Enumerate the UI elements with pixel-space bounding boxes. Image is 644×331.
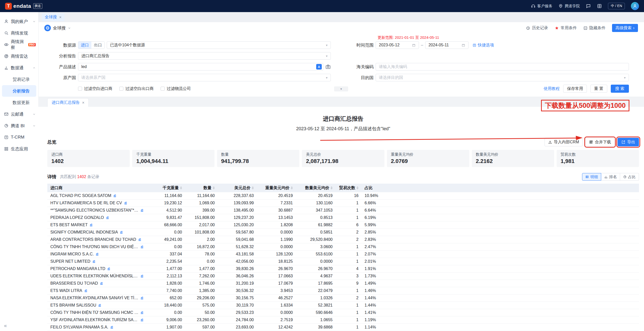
company-crm-icon[interactable] — [84, 289, 88, 292]
column-header-importer[interactable]: 进口商 — [47, 184, 147, 192]
sort-icon[interactable] — [356, 185, 359, 190]
translate-icon[interactable]: A — [316, 64, 322, 70]
company-crm-icon[interactable] — [92, 260, 96, 263]
filter-checkbox[interactable]: 过滤物流公司 — [161, 86, 191, 91]
checkbox-icon[interactable] — [119, 87, 123, 91]
dest-country-select[interactable]: 请选择目的国 ▾ — [376, 74, 629, 81]
company-crm-icon[interactable] — [120, 230, 123, 234]
sidebar-item-discovery[interactable]: 商情发现 — [0, 27, 38, 39]
company-crm-icon[interactable] — [124, 201, 127, 205]
language-toggle[interactable]: 中 / EN — [608, 3, 625, 9]
table-row[interactable]: FEILO SYLVANIA PANAMA S.A. 1,907.00597.0… — [47, 324, 639, 331]
table-row[interactable]: YSF AYDINLATMA ELEKTRONİK TURİZM SANAYİ … — [47, 316, 639, 324]
sidebar-item-ecosystem[interactable]: 生态应用 — [0, 143, 38, 155]
column-header-usd-per-kg[interactable]: 重量美元均价 — [257, 184, 296, 192]
company-crm-icon[interactable] — [98, 304, 101, 307]
view-mode-share[interactable]: 占比 — [620, 173, 639, 181]
company-crm-icon[interactable] — [100, 282, 103, 285]
origin-country-select[interactable]: 请选择原产国 ▾ — [78, 74, 331, 81]
close-icon[interactable]: × — [59, 15, 61, 20]
close-icon[interactable]: × — [82, 101, 84, 105]
sort-icon[interactable] — [252, 185, 254, 190]
table-row[interactable]: BRASSERIES DU TCHAD 1,828.001,746.0031,2… — [47, 280, 639, 287]
reset-button[interactable]: 重 置 — [590, 85, 607, 93]
table-row[interactable]: ARAB CONTRACTORS BRANCHE DU TCHAD 49,241… — [47, 236, 639, 243]
company-crm-icon[interactable] — [106, 216, 109, 219]
app-launcher-icon[interactable] — [597, 4, 602, 9]
table-row[interactable]: PETROCHAD MANGARA LTD 1,477.001,477.0039… — [47, 265, 639, 273]
chat-icon[interactable] — [586, 4, 591, 9]
sidebar-item-tcrm[interactable]: T-CRM — [0, 131, 38, 143]
export-button[interactable]: 导出 — [618, 138, 639, 146]
tutorial-link[interactable]: 使用教程 — [544, 86, 560, 91]
column-header-usd-total[interactable]: 美元总价 — [218, 184, 257, 192]
sidebar-item-insight[interactable]: 商情洞察 PRO — [0, 39, 38, 50]
table-row[interactable]: UDES ELEKTRIK ELEKTRONİK MÜHENDİSLİK SAN… — [47, 273, 639, 280]
report-type-select[interactable]: 进口商汇总报告 ▾ — [78, 52, 331, 60]
history-button[interactable]: 历史记录 — [526, 25, 548, 31]
column-header-trade-count[interactable]: 贸易次数 — [336, 184, 362, 192]
merge-download-button[interactable]: 合并下载 — [586, 138, 615, 146]
import-toggle[interactable]: 进口 — [78, 42, 91, 49]
view-mode-detail[interactable]: 明细 — [582, 173, 601, 181]
table-row[interactable]: **"SAMSUNG ELECTRONICS UZBEKISTAN"** mas… — [47, 207, 639, 214]
advanced-search-button[interactable]: 高级搜索 › — [612, 24, 638, 32]
date-from-picker[interactable]: 2023-05-12 — [376, 41, 419, 49]
sidebar-item-data-update[interactable]: 数据更新 — [0, 97, 38, 108]
sidebar-item-radar[interactable]: 商情雷达 — [0, 50, 38, 62]
column-header-usd-per-qty[interactable]: 数量美元均价 — [296, 184, 336, 192]
sort-icon[interactable] — [213, 185, 215, 190]
sidebar-item-mail[interactable]: 云邮通 — [0, 108, 38, 120]
quick-options-link[interactable]: 快捷选项 — [473, 43, 494, 48]
customer-service-link[interactable]: 客户服务 — [531, 4, 552, 9]
academy-link[interactable]: 腾道学院 — [558, 4, 580, 9]
table-row[interactable]: AGL TCHAD P/C SOGEA SATOM 11,164.6011,16… — [47, 192, 639, 200]
hs-code-input[interactable] — [376, 63, 629, 71]
column-header-weight[interactable]: 千克重量 — [147, 184, 185, 192]
column-header-share[interactable]: 占比 — [362, 184, 639, 192]
checkbox-icon[interactable] — [78, 87, 82, 91]
sidebar-item-bi[interactable]: 腾道 BI — [0, 120, 38, 131]
image-search-icon[interactable] — [325, 64, 331, 70]
checkbox-icon[interactable] — [161, 87, 165, 91]
sort-icon[interactable] — [331, 185, 333, 190]
favorite-conditions-button[interactable]: 常用条件 — [555, 25, 577, 31]
table-row[interactable]: CÔNG TY TNHH THƯƠNG MAI DỊCH VỤ ĐIỆN MẠN… — [47, 243, 639, 251]
filter-checkbox[interactable]: 过滤空白出口商 — [119, 86, 154, 91]
table-row[interactable]: SIGNIFY COMMERCIAL INDONESIA 0.00101,808… — [47, 229, 639, 236]
company-crm-icon[interactable] — [138, 238, 141, 241]
sidebar-collapse-button[interactable]: « — [4, 323, 7, 328]
sort-icon[interactable] — [291, 185, 293, 190]
collapse-form-button[interactable]: ▾ — [334, 86, 348, 91]
table-row[interactable]: CÔNG TY TNHH ĐIỆN TỬ SAMSUNG HCMC CE COM… — [47, 309, 639, 316]
table-row[interactable]: HTV LATINOAMERICA S DE RL DE CV 19,230.1… — [47, 200, 639, 207]
view-mode-rank[interactable]: 排名 — [601, 173, 620, 181]
table-row[interactable]: ETS BEST MARKET 68,666.002,017.00125,030… — [47, 221, 639, 229]
save-conditions-button[interactable]: 保存常用 — [563, 85, 587, 93]
brand-logo[interactable]: T endata 腾道 — [5, 3, 42, 10]
company-crm-icon[interactable] — [89, 223, 93, 227]
company-crm-icon[interactable] — [140, 209, 144, 212]
sidebar-item-account[interactable]: 我的账户 — [0, 16, 38, 27]
filter-checkbox[interactable]: 过滤空白进口商 — [78, 86, 112, 91]
avatar[interactable] — [631, 2, 639, 10]
tab-global-search[interactable]: 全球搜 × — [42, 13, 64, 21]
column-header-quantity[interactable]: 数量 — [185, 184, 218, 192]
company-crm-icon[interactable] — [140, 311, 144, 314]
import-crm-button[interactable]: 导入内部CRM — [545, 138, 583, 146]
company-crm-icon[interactable] — [140, 245, 144, 249]
product-desc-input[interactable] — [78, 63, 323, 71]
company-crm-icon[interactable] — [110, 325, 114, 329]
table-row[interactable]: NASA ELEKTRİK AYDINLATMA SANAYİ VE TİCAR… — [47, 294, 639, 302]
sidebar-item-analysis-report[interactable]: 分析报告 — [2, 85, 36, 97]
tab-importer-report[interactable]: 进口商汇总报告 × — [47, 98, 89, 107]
table-row[interactable]: SUPER NET LIMITED 2,235.540.0042,056.001… — [47, 258, 639, 265]
sidebar-item-trade-records[interactable]: 贸易记录 — [0, 74, 38, 85]
sidebar-item-data[interactable]: 数据通 — [0, 62, 38, 74]
company-crm-icon[interactable] — [95, 252, 99, 256]
search-scope-select[interactable]: 全球搜 — [44, 25, 71, 31]
company-crm-icon[interactable] — [140, 274, 144, 278]
datasource-select[interactable]: 已选中104个数据源 ▾ — [107, 41, 331, 49]
date-to-picker[interactable]: 2024-05-11 — [425, 41, 469, 49]
table-row[interactable]: ETS BRAHIM SALISSOU 18,440.00575.0030,11… — [47, 302, 639, 309]
